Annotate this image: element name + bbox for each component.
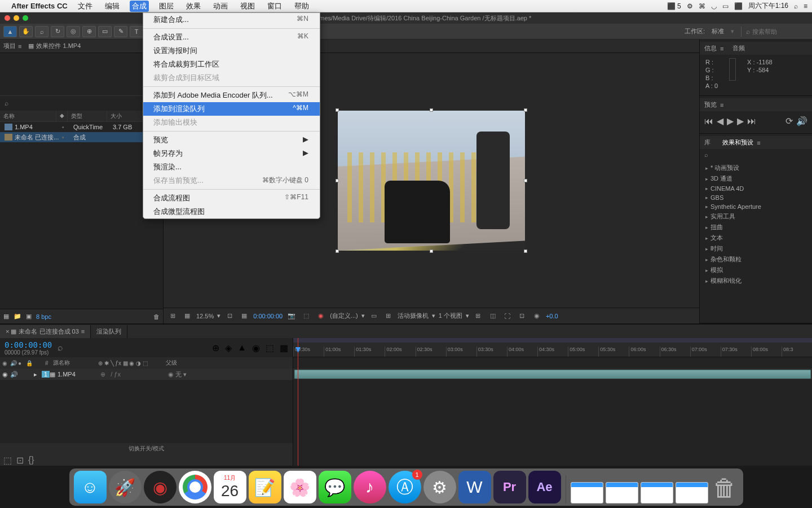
interpret-icon[interactable]: ▦ <box>3 313 9 320</box>
fx-category[interactable]: * 动画预设 <box>700 163 812 173</box>
menu-add-ame[interactable]: 添加到 Adobe Media Encoder 队列...⌥⌘M <box>143 89 320 102</box>
comp-new-icon[interactable]: ▣ <box>26 313 32 320</box>
project-item-video[interactable]: 1.MP4 ▪ QuickTime 3.7 GB <box>0 122 163 132</box>
dock-minwin-1[interactable] <box>571 482 603 503</box>
handle-bm[interactable] <box>430 249 433 253</box>
dock-aftereffects[interactable]: Ae <box>528 471 561 503</box>
res-btn[interactable]: ⊡ <box>224 311 235 321</box>
dock-word[interactable]: W <box>458 471 491 503</box>
hand-tool[interactable]: ✋ <box>19 26 33 37</box>
shape-tool[interactable]: ▭ <box>98 26 112 37</box>
dock-trash[interactable]: 🗑 <box>710 473 739 503</box>
menu-edit[interactable]: 编辑 <box>103 1 122 12</box>
active-camera[interactable]: 活动摄像机 <box>398 312 429 320</box>
playhead[interactable] <box>298 338 298 466</box>
effects-presets-tab[interactable]: 效果和预设 <box>722 138 753 147</box>
grid-icon[interactable]: ⊞ <box>167 311 178 321</box>
menu-window[interactable]: 窗口 <box>265 1 284 12</box>
timeline-layer[interactable]: ◉🔊 ▸1 ▦ 1.MP4 ⊕ / ƒx ◉ 无 ▾ <box>0 369 293 380</box>
notif-icon[interactable]: ≡ <box>804 2 807 10</box>
exposure-value[interactable]: +0.0 <box>546 313 558 319</box>
tl-icon[interactable]: ◉ <box>252 343 260 353</box>
rotate-tool[interactable]: ↻ <box>51 26 64 37</box>
menu-set-poster[interactable]: 设置海报时间 <box>143 44 320 58</box>
fx-search[interactable]: ⌕ <box>700 149 812 160</box>
menu-preview[interactable]: 预览▶ <box>143 133 320 147</box>
menu-prerender[interactable]: 预渲染... <box>143 160 320 174</box>
next-frame-button[interactable]: ▶ <box>737 116 744 126</box>
help-search[interactable] <box>752 28 809 35</box>
info-panel-title[interactable]: 信息 <box>704 44 717 52</box>
dock-launchpad[interactable]: 🚀 <box>109 471 142 503</box>
menu-mini-flowchart[interactable]: 合成微型流程图 <box>143 205 320 218</box>
effect-controls-tab[interactable]: ▦ 效果控件 1.MP4 <box>28 42 81 50</box>
handle-mr[interactable] <box>524 179 527 182</box>
battery-icon[interactable]: ▭ <box>722 2 729 10</box>
fx-category[interactable]: 模糊和锐化 <box>700 275 812 286</box>
tl-icon[interactable]: ⊕ <box>212 343 219 353</box>
timeline-search[interactable]: ⌕ <box>58 343 63 353</box>
tl-icon[interactable]: ◈ <box>225 343 232 353</box>
fx-category[interactable]: 时间 <box>700 243 812 254</box>
minimize-button[interactable] <box>14 15 19 21</box>
selection-tool[interactable]: ▲ <box>3 26 17 37</box>
resolution-preset[interactable]: (自定义...) <box>330 312 358 320</box>
menu-animation[interactable]: 动画 <box>211 1 230 12</box>
zoom-tool[interactable]: ⌕ <box>35 26 48 37</box>
prev-frame-button[interactable]: ◀ <box>717 116 723 126</box>
project-tab[interactable]: 项目 ≡ <box>3 42 21 50</box>
menu-new-comp[interactable]: 新建合成...⌘N <box>143 13 320 27</box>
tl-icon[interactable]: ▲ <box>237 343 246 353</box>
last-frame-button[interactable]: ⏭ <box>747 116 756 126</box>
toggle-switches[interactable]: 切换开关/模式 <box>129 445 164 453</box>
menu-effect[interactable]: 效果 <box>184 1 203 12</box>
project-item-comp[interactable]: 未命名 已连接... ▪ 合成 <box>0 132 163 142</box>
dock-itunes[interactable]: ♪ <box>354 471 386 503</box>
play-button[interactable]: ▶ <box>727 116 734 126</box>
timeline-tab-comp[interactable]: × ▦ 未命名 已连接合成 03 ≡ <box>0 325 91 338</box>
comp-frame[interactable] <box>338 111 525 251</box>
dock-notes[interactable]: 📝 <box>249 471 281 503</box>
handle-ml[interactable] <box>336 179 339 182</box>
fx-category[interactable]: 扭曲 <box>700 222 812 233</box>
dock-app[interactable]: ◉ <box>144 471 176 503</box>
menu-add-render-queue[interactable]: 添加到渲染队列^⌘M <box>143 102 320 116</box>
menu-save-frame[interactable]: 帧另存为▶ <box>143 147 320 160</box>
transp-icon[interactable]: ▦ <box>239 311 250 321</box>
handle-tr[interactable] <box>524 108 527 112</box>
project-search[interactable]: ⌕ <box>0 96 163 111</box>
menu-comp-settings[interactable]: 合成设置...⌘K <box>143 30 320 44</box>
dock-chrome[interactable] <box>179 471 211 503</box>
handle-tl[interactable] <box>336 108 339 112</box>
tl-footer-icon[interactable]: {} <box>28 455 34 465</box>
menu-layer[interactable]: 图层 <box>157 1 176 12</box>
dock-minwin-4[interactable] <box>676 482 708 503</box>
current-time[interactable]: 0:00:00:00 <box>253 313 283 319</box>
fx-category[interactable]: 实用工具 <box>700 211 812 222</box>
preview-panel-title[interactable]: 预览 <box>704 100 717 109</box>
fx-category[interactable]: Synthetic Aperture <box>700 202 812 211</box>
menu-view[interactable]: 视图 <box>238 1 257 12</box>
tl-icon[interactable]: ⬚ <box>266 343 274 353</box>
dock-calendar[interactable]: 11月26 <box>214 471 246 503</box>
fx-category[interactable]: 3D 通道 <box>700 173 812 184</box>
zoom-button[interactable] <box>23 15 28 21</box>
wifi-icon[interactable]: ◡ <box>711 2 717 10</box>
anchor-tool[interactable]: ⊕ <box>82 26 96 37</box>
dock-finder[interactable]: ☺ <box>74 471 107 503</box>
handle-tm[interactable] <box>430 108 433 112</box>
tl-icon[interactable]: ▦ <box>280 343 288 353</box>
zoom-level[interactable]: 12.5% <box>196 313 214 319</box>
dock-appstore[interactable]: Ⓐ1 <box>389 471 421 503</box>
channel-icon[interactable]: ◉ <box>315 311 326 321</box>
menu-flowchart[interactable]: 合成流程图⇧⌘F11 <box>143 191 320 205</box>
timeline-tab-render[interactable]: 渲染队列 <box>91 325 127 338</box>
timeline-tracks[interactable]: 00:30s01:00s01:30s02:00s02:30s03:00s03:3… <box>293 338 812 466</box>
folder-icon[interactable]: 📁 <box>14 313 21 320</box>
dock-photos[interactable]: 🌸 <box>284 471 316 503</box>
sync-icon[interactable]: ⚙ <box>687 2 693 10</box>
fx-category[interactable]: CINEMA 4D <box>700 184 812 193</box>
handle-bl[interactable] <box>336 249 339 253</box>
first-frame-button[interactable]: ⏮ <box>704 116 713 126</box>
trash-icon[interactable]: 🗑 <box>153 313 160 320</box>
